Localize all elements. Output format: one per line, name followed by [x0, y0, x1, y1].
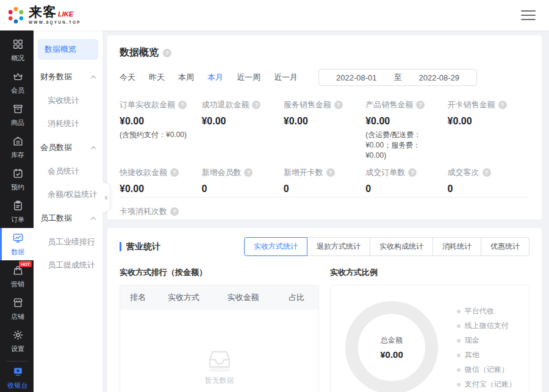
stat-orders-count: 成交订单数? 0	[365, 167, 447, 194]
sidebar-item-label: 概况	[11, 54, 24, 63]
filter-today[interactable]: 今天	[120, 72, 135, 83]
income-proportion-panel: 实收方式比例 总金额 ¥0.00 平台代收 线上微信支付 现金 其他 微信（记账…	[330, 267, 529, 392]
help-icon[interactable]: ?	[170, 168, 179, 177]
submenu-item-staff-ranking[interactable]: 员工业绩排行	[34, 230, 102, 254]
help-icon[interactable]: ?	[170, 207, 179, 216]
filter-this-week[interactable]: 本周	[178, 72, 194, 83]
menu-toggle-icon[interactable]	[521, 10, 536, 20]
help-icon[interactable]: ?	[252, 101, 260, 109]
tab-consume-stats[interactable]: 消耗统计	[432, 237, 481, 256]
stat-new-cards: 新增开卡数? 0	[284, 167, 365, 194]
gear-icon	[12, 329, 24, 342]
submenu-group-finance[interactable]: 财务数据	[34, 65, 102, 89]
crown-icon	[12, 71, 24, 84]
legend-item[interactable]: 线上微信支付	[457, 321, 517, 331]
help-icon[interactable]: ?	[334, 101, 343, 109]
help-icon[interactable]: ?	[498, 101, 507, 109]
submenu-item-member-stats[interactable]: 会员统计	[34, 160, 102, 183]
col-amount: 实收金额	[212, 292, 275, 303]
chevron-up-icon	[91, 146, 96, 151]
sidebar-item-orders[interactable]: 订单	[0, 196, 34, 228]
sidebar-item-goods[interactable]: 商品	[0, 99, 34, 131]
donut-chart-box: 总金额 ¥0.00 平台代收 线上微信支付 现金 其他 微信（记账） 支付宝（记…	[330, 285, 529, 392]
sidebar-item-label: 设置	[11, 344, 24, 354]
business-stats-card: 营业统计 实收方式统计 退款方式统计 实收构成统计 消耗统计 优惠统计 实收方式…	[107, 228, 542, 392]
filter-last-week[interactable]: 近一周	[237, 72, 260, 83]
sidebar-item-data[interactable]: 数据	[0, 228, 34, 260]
app-logo: 来客 LIKE WWW.8QYUN.TOP	[6, 5, 81, 25]
legend-item[interactable]: 其他	[457, 350, 517, 360]
stats-row-2: 快捷收款金额? ¥0.00 新增会员数? 0 新增开卡数? 0 成交订单数? 0…	[120, 167, 529, 194]
filter-yesterday[interactable]: 昨天	[149, 72, 165, 83]
submenu-group-staff[interactable]: 员工数据	[34, 206, 102, 230]
tab-discount-stats[interactable]: 优惠统计	[481, 237, 529, 256]
filter-last-month[interactable]: 近一月	[274, 72, 298, 83]
stat-value: ¥0.00	[120, 116, 201, 127]
tab-income-method[interactable]: 实收方式统计	[244, 237, 307, 256]
sidebar-item-members[interactable]: 会员	[0, 66, 34, 99]
legend-dot	[457, 324, 461, 328]
submenu-item-balance-stats[interactable]: 余额/权益统计	[34, 183, 102, 206]
warehouse-icon	[12, 135, 24, 148]
tab-refund-method[interactable]: 退款方式统计	[307, 237, 370, 256]
submenu-item-staff-commission[interactable]: 员工提成统计	[34, 254, 102, 277]
stat-note: (含预约支付：¥0.00)	[120, 130, 201, 140]
stat-order-income: 订单实收款金额? ¥0.00 (含预约支付：¥0.00)	[120, 99, 201, 161]
date-separator: 至	[394, 72, 402, 83]
help-icon[interactable]: ?	[416, 101, 425, 109]
sidebar-item-appointments[interactable]: 预约	[0, 163, 34, 196]
submenu-item-consume-stats[interactable]: 消耗统计	[34, 112, 102, 135]
donut-chart: 总金额 ¥0.00	[345, 301, 438, 392]
sidebar-item-settings[interactable]: 设置	[0, 325, 34, 357]
sidebar-item-overview[interactable]: 概况	[0, 34, 34, 66]
ranking-title: 实收方式排行（按金额）	[120, 267, 319, 278]
stat-value: ¥0.00	[120, 184, 201, 194]
sidebar-collapse-handle[interactable]	[102, 183, 110, 212]
stat-value: ¥0.00	[284, 116, 365, 127]
submenu-item-data-overview[interactable]: 数据概览	[38, 39, 98, 60]
stat-customer-visits: 成交客次? 0	[448, 167, 529, 194]
help-icon[interactable]: ?	[408, 168, 417, 177]
legend-dot	[457, 383, 461, 387]
sidebar-item-label: 商品	[11, 118, 24, 127]
help-icon[interactable]: ?	[326, 168, 335, 177]
legend-dot	[457, 339, 461, 343]
sidebar-item-inventory[interactable]: 库存	[0, 131, 34, 163]
submenu-group-title: 员工数据	[40, 213, 72, 224]
sidebar-item-marketing[interactable]: HOT 营销	[0, 260, 34, 293]
legend-item[interactable]: 现金	[457, 335, 517, 346]
sidebar-item-label: 营销	[11, 280, 24, 289]
stat-value: ¥0.00	[448, 116, 529, 127]
submenu-item-income-stats[interactable]: 实收统计	[34, 89, 102, 112]
date-start[interactable]: 2022-08-01	[336, 73, 377, 82]
top-header: 来客 LIKE WWW.8QYUN.TOP	[0, 0, 549, 30]
date-filter-row: 今天 昨天 本周 本月 近一周 近一月 2022-08-01 至 2022-08…	[120, 69, 529, 86]
filter-this-month[interactable]: 本月	[207, 72, 223, 83]
legend-item[interactable]: 微信（记账）	[457, 365, 517, 375]
submenu-group-member[interactable]: 会员数据	[34, 135, 102, 160]
sidebar-item-cashier[interactable]: 收银台	[0, 362, 34, 392]
sidebar-item-label: 预约	[11, 183, 24, 192]
page-title: 数据概览	[120, 46, 159, 59]
date-end[interactable]: 2022-08-29	[419, 73, 460, 82]
stat-quick-income: 快捷收款金额? ¥0.00	[120, 167, 201, 194]
section-divider	[120, 197, 529, 198]
sidebar-item-label: 收银台	[8, 381, 28, 390]
help-icon[interactable]: ?	[483, 168, 491, 177]
sidebar-item-label: 数据	[11, 248, 24, 257]
date-range-picker[interactable]: 2022-08-01 至 2022-08-29	[318, 69, 477, 86]
help-icon[interactable]: ?	[163, 49, 171, 57]
legend-item[interactable]: 支付宝（记账）	[457, 379, 517, 390]
app-layout: 概况 会员 商品 库存 预约 订单 数据 HOT 营销	[0, 30, 549, 392]
chevron-up-icon	[91, 75, 96, 80]
monitor-chart-icon	[12, 232, 24, 245]
legend-dot	[457, 368, 461, 372]
col-ratio: 占比	[275, 292, 319, 303]
help-icon[interactable]: ?	[244, 168, 253, 177]
legend-item[interactable]: 平台代收	[457, 306, 517, 316]
help-icon[interactable]: ?	[178, 101, 187, 109]
sidebar-item-shop[interactable]: 店铺	[0, 293, 34, 325]
ranking-table-header: 排名 实收方式 实收金额 占比	[120, 285, 318, 310]
tab-income-composition[interactable]: 实收构成统计	[370, 237, 433, 256]
stat-new-members: 新增会员数? 0	[201, 167, 283, 194]
